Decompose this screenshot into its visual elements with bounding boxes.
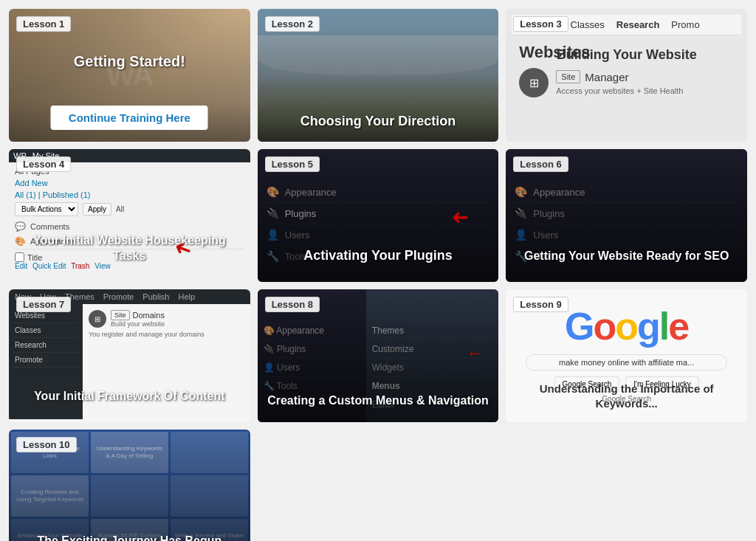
continue-training-button[interactable]: Continue Training Here — [51, 106, 208, 130]
lesson-badge-5: Lesson 5 — [265, 156, 320, 172]
lesson-card-4[interactable]: WP My Site All Pages Add New All (1) | P… — [9, 149, 250, 282]
l7-tb-item4: Promote — [103, 292, 134, 301]
lesson-card-9[interactable]: Google make money online with affiliate … — [506, 289, 747, 422]
red-arrow-8: ← — [466, 342, 484, 363]
lesson-badge-3: Lesson 3 — [513, 16, 568, 32]
lesson-title-8: Creating a Custom Menus & Navigation — [258, 393, 499, 409]
lesson-badge-4: Lesson 4 — [16, 156, 71, 172]
lesson-title-9: Understanding the Importance of Keywords… — [506, 382, 747, 410]
lessons-grid: WA Lesson 1 Getting Started! Continue Tr… — [9, 9, 747, 541]
lesson-card-8[interactable]: 🎨 Appearance 🔌 Plugins 👤 Users 🔧 Tools T… — [258, 289, 499, 422]
lesson-badge-9: Lesson 9 — [513, 297, 568, 312]
site-manager-row: ⊞ Site Manager Access your websites + Si… — [519, 68, 734, 97]
nav-classes[interactable]: Classes — [571, 19, 605, 30]
nav-promo[interactable]: Promo — [671, 19, 699, 30]
add-new-link[interactable]: Add New — [15, 179, 48, 187]
manager-text: Manager — [585, 71, 628, 83]
l7-build-label: Build your website — [111, 320, 165, 328]
l7-manage-label: You register and manage your domains — [89, 331, 244, 338]
lesson-card-10[interactable]: Properly Using Affiliate Links Understan… — [9, 430, 250, 541]
l7-tb-item6: Help — [178, 292, 195, 301]
lesson-title-4: Your Initial Website Housekeeping Tasks — [9, 233, 250, 264]
comments-label: Comments — [30, 222, 69, 231]
wp-add-new: Add New — [15, 179, 244, 187]
lesson-card-5[interactable]: 🎨 Appearance 🔌 Plugins 👤 Users 🔧 Tools — [258, 149, 499, 282]
g-letter-g2: g — [637, 305, 659, 348]
site-manager-info: Site Manager Access your websites + Site… — [556, 70, 683, 95]
google-search-bar: make money online with affiliate ma... — [526, 354, 726, 371]
apply-button[interactable]: Apply — [83, 203, 111, 216]
lesson-title-6: Getting Your Website Ready for SEO — [506, 249, 747, 264]
l7-site-icon: ⊞ — [89, 310, 106, 328]
lesson-title-2: Choosing Your Direction — [258, 113, 499, 130]
l7-tb-item5: Publish — [142, 292, 169, 301]
lesson-card-1[interactable]: WA Lesson 1 Getting Started! Continue Tr… — [9, 9, 250, 142]
g-letter-e: e — [668, 305, 688, 348]
lesson-badge-8: Lesson 8 — [265, 297, 320, 312]
site-badge: Site — [556, 70, 580, 83]
lesson3-content: Websites ⊞ Site Manager Access your webs… — [512, 35, 741, 105]
nav-research[interactable]: Research — [616, 19, 660, 30]
lesson-badge-7: Lesson 7 — [16, 297, 71, 312]
lesson-badge-2: Lesson 2 — [265, 16, 320, 32]
all-label: All — [116, 205, 124, 213]
lesson-badge-1: Lesson 1 — [16, 16, 71, 32]
lesson-title-5: Activating Your Plugins — [258, 247, 499, 264]
site-icon: ⊞ — [519, 68, 549, 97]
google-logo: Google — [565, 304, 688, 348]
wp-comments-item: 💬 Comments — [15, 219, 244, 234]
site-sub-text: Access your websites + Site Health — [556, 86, 683, 95]
lesson-title-7: Your Initial Framework Of Content — [9, 389, 250, 404]
lesson-title-3: Building Your Website — [506, 47, 747, 63]
lesson-title-10: The Exciting Journey Has Begun — [9, 534, 250, 541]
lesson-title-1: Getting Started! — [9, 53, 250, 70]
lesson-badge-10: Lesson 10 — [16, 437, 77, 452]
g-letter-o1: o — [594, 305, 616, 348]
l7-site-info: Site Domains Build your website — [111, 310, 165, 328]
red-arrow-5: ➜ — [452, 206, 469, 230]
lesson-badge-6: Lesson 6 — [513, 156, 568, 172]
lesson-card-3[interactable]: Websites Classes Research Promo Websites… — [506, 9, 747, 142]
lesson-card-6[interactable]: 🎨 Appearance 🔌 Plugins 👤 Users 🔧 Tools — [506, 149, 747, 282]
l7-sb-research: Research — [13, 338, 78, 353]
l7-site-badge: Site — [111, 310, 130, 320]
l7-sb-promote: Promote — [13, 353, 78, 368]
g-letter-l: l — [659, 305, 668, 348]
g-letter-o2: o — [615, 305, 637, 348]
bulk-actions-select[interactable]: Bulk Actions — [15, 202, 78, 216]
g-letter-g: G — [565, 305, 593, 348]
comments-icon: 💬 — [15, 221, 26, 232]
l7-site-row: ⊞ Site Domains Build your website — [89, 310, 244, 328]
l7-domains-label: Domains — [133, 311, 165, 320]
wp-bulk-row: Bulk Actions Apply All — [15, 202, 244, 216]
l7-sb-classes: Classes — [13, 323, 78, 338]
lesson-card-2[interactable]: Lesson 2 Choosing Your Direction — [258, 9, 499, 142]
equalizer-icon: ⊞ — [529, 76, 539, 90]
wp-filter-bar: All (1) | Published (1) — [15, 190, 244, 199]
lesson-card-7[interactable]: New How Themes Promote Publish Help Webs… — [9, 289, 250, 422]
